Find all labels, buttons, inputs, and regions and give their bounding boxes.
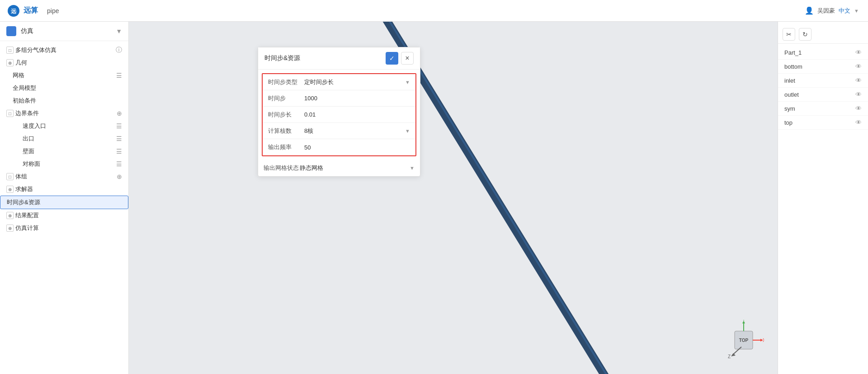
- dialog-normal-section: 输出网格状态 静态网格 ▼: [258, 160, 420, 176]
- sidebar-item-label: 出口: [23, 135, 116, 143]
- dialog-confirm-button[interactable]: ✓: [386, 52, 398, 65]
- form-row-output-mesh: 输出网格状态 静态网格 ▼: [258, 160, 420, 176]
- sidebar-item-outlet[interactable]: 出口 ☰: [0, 132, 128, 145]
- eye-icon[interactable]: 👁: [855, 105, 862, 112]
- chevron-down-icon: ▼: [854, 8, 859, 14]
- right-panel-item-outlet[interactable]: outlet 👁: [778, 88, 868, 102]
- chevron-down-icon: ▼: [405, 79, 410, 85]
- sidebar-item-label: 壁面: [23, 147, 116, 155]
- right-panel-item-inlet[interactable]: inlet 👁: [778, 74, 868, 88]
- viewport: TOP Y X Z 时间步&资源: [129, 22, 778, 374]
- app-name: 远算: [24, 6, 38, 15]
- form-row-output-freq: 输出频率 50: [263, 139, 415, 155]
- pipe-visualization: [129, 22, 778, 374]
- eye-icon[interactable]: 👁: [855, 119, 862, 126]
- language-selector[interactable]: 中文: [839, 7, 850, 15]
- expander-icon: ⊕: [6, 224, 14, 232]
- eye-icon[interactable]: 👁: [855, 49, 862, 56]
- rp-item-label: sym: [784, 105, 795, 112]
- sidebar-item-initial-cond[interactable]: 初始条件: [0, 94, 128, 107]
- add-icon[interactable]: ⊕: [117, 110, 122, 117]
- right-panel: ✂ ↻ Part_1 👁 bottom 👁 inlet 👁 outlet 👁: [778, 22, 868, 374]
- svg-text:远: 远: [11, 8, 17, 14]
- topbar: 远 远算 pipe 👤 吴因豪 中文 ▼: [0, 0, 868, 22]
- cut-button[interactable]: ✂: [783, 28, 795, 41]
- sidebar-item-time-resource[interactable]: 时间步&资源: [0, 196, 128, 209]
- rp-item-label: outlet: [784, 91, 799, 98]
- sidebar-item-result-config[interactable]: ⊕ 结果配置: [0, 209, 128, 222]
- right-panel-item-top[interactable]: top 👁: [778, 116, 868, 130]
- cube-icon: [6, 26, 16, 36]
- dialog-body: 时间步类型 定时间步长 ▼ 时间步 1000 时间步长 0.01: [258, 73, 420, 176]
- sidebar-tree: □ 多组分气体仿真 ⓘ ⊕ 几何 网格 ☰ 全局模型 初始条件: [0, 41, 128, 237]
- form-value-time-step[interactable]: 1000: [304, 95, 410, 102]
- sidebar-item-label: 体组: [15, 173, 117, 181]
- sidebar-item-geometry[interactable]: ⊕ 几何: [0, 56, 128, 69]
- rp-item-label: bottom: [784, 63, 802, 70]
- sidebar-item-label: 几何: [15, 59, 122, 67]
- eye-icon[interactable]: 👁: [855, 63, 862, 70]
- sidebar-item-label: 初始条件: [13, 97, 122, 105]
- form-value-time-step-type[interactable]: 定时间步长: [304, 78, 403, 86]
- pipe-label: pipe: [47, 7, 59, 14]
- sidebar-item-label: 多组分气体仿真: [15, 46, 116, 54]
- sidebar-item-global-model[interactable]: 全局模型: [0, 82, 128, 94]
- form-value-cores[interactable]: 8核: [304, 127, 403, 135]
- main-layout: 仿真 ▼ □ 多组分气体仿真 ⓘ ⊕ 几何 网格 ☰ 全局模型: [0, 22, 868, 374]
- dialog-close-button[interactable]: ×: [401, 52, 414, 65]
- rp-item-label: inlet: [784, 77, 795, 84]
- form-row-time-step-size: 时间步长 0.01: [263, 107, 415, 123]
- sidebar-item-wall[interactable]: 壁面 ☰: [0, 145, 128, 158]
- topbar-right: 👤 吴因豪 中文 ▼: [805, 6, 859, 15]
- right-panel-item-part1[interactable]: Part_1 👁: [778, 46, 868, 60]
- refresh-button[interactable]: ↻: [799, 28, 811, 41]
- sidebar-item-boundary-cond[interactable]: □ 边界条件 ⊕: [0, 107, 128, 120]
- add-icon[interactable]: ⊕: [117, 173, 122, 180]
- app-logo: 远: [7, 5, 20, 17]
- sidebar-item-symmetry[interactable]: 对称面 ☰: [0, 158, 128, 170]
- form-label: 时间步: [268, 94, 304, 103]
- sidebar-item-mesh[interactable]: 网格 ☰: [0, 69, 128, 82]
- info-icon: ⓘ: [116, 46, 122, 54]
- form-value-time-step-size[interactable]: 0.01: [304, 111, 410, 118]
- sidebar-item-velocity-inlet[interactable]: 速度入口 ☰: [0, 120, 128, 132]
- sidebar-collapse-icon[interactable]: ▼: [116, 28, 122, 35]
- right-panel-toolbar: ✂ ↻: [778, 25, 868, 44]
- right-panel-item-sym[interactable]: sym 👁: [778, 102, 868, 116]
- form-row-cores: 计算核数 8核 ▼: [263, 123, 415, 139]
- sidebar-item-simulation-calc[interactable]: ⊕ 仿真计算: [0, 222, 128, 234]
- right-panel-item-bottom[interactable]: bottom 👁: [778, 60, 868, 74]
- form-value-output-mesh[interactable]: 静态网格: [300, 164, 408, 172]
- user-name: 吴因豪: [817, 7, 835, 15]
- sidebar-item-label: 时间步&资源: [7, 198, 122, 206]
- sidebar-header: 仿真 ▼: [0, 22, 128, 41]
- axis-gizmo-svg: TOP Y X Z: [723, 320, 764, 360]
- sidebar-title: 仿真: [21, 27, 33, 34]
- sidebar-item-label: 网格: [13, 71, 116, 79]
- dialog-actions: ✓ ×: [386, 52, 414, 65]
- form-label: 时间步类型: [268, 78, 304, 86]
- sidebar-item-label: 全局模型: [13, 84, 122, 92]
- eye-icon[interactable]: 👁: [855, 77, 862, 84]
- dialog-header: 时间步&资源 ✓ ×: [258, 47, 420, 70]
- expander-icon: ⊕: [6, 186, 14, 193]
- sidebar-item-solver[interactable]: ⊕ 求解器: [0, 183, 128, 196]
- form-label: 输出频率: [268, 143, 304, 151]
- form-label: 输出网格状态: [264, 164, 300, 172]
- dialog-highlighted-section: 时间步类型 定时间步长 ▼ 时间步 1000 时间步长 0.01: [262, 73, 416, 156]
- menu-icon: ☰: [116, 72, 122, 79]
- sidebar-item-body-group[interactable]: □ 体组 ⊕: [0, 170, 128, 183]
- eye-icon[interactable]: 👁: [855, 91, 862, 98]
- svg-text:X: X: [763, 338, 764, 343]
- svg-text:Z: Z: [728, 354, 731, 359]
- sidebar-item-label: 仿真计算: [15, 224, 122, 232]
- sidebar-item-multiphase[interactable]: □ 多组分气体仿真 ⓘ: [0, 44, 128, 56]
- expander-icon: ⊕: [6, 59, 14, 66]
- time-resource-dialog[interactable]: 时间步&资源 ✓ × 时间步类型 定时间步长 ▼: [258, 47, 420, 177]
- form-row-time-step-type: 时间步类型 定时间步长 ▼: [263, 74, 415, 90]
- svg-text:Y: Y: [742, 320, 745, 322]
- expander-icon: □: [6, 47, 14, 54]
- user-icon: 👤: [805, 6, 814, 15]
- svg-marker-11: [731, 353, 736, 356]
- form-value-output-freq[interactable]: 50: [304, 144, 410, 151]
